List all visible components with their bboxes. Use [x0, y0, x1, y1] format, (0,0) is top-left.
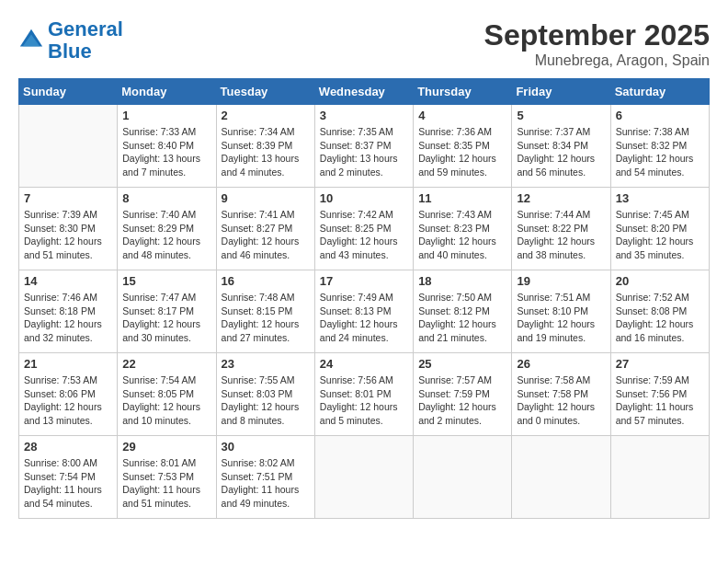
day-info: Sunrise: 7:55 AM Sunset: 8:03 PM Dayligh…	[222, 373, 310, 428]
day-number: 16	[222, 274, 310, 288]
day-info: Sunrise: 7:52 AM Sunset: 8:08 PM Dayligh…	[616, 291, 704, 345]
table-row: 21Sunrise: 7:53 AM Sunset: 8:06 PM Dayli…	[19, 353, 118, 436]
table-row: 2Sunrise: 7:34 AM Sunset: 8:39 PM Daylig…	[216, 105, 314, 188]
day-number: 27	[616, 357, 704, 371]
table-row	[314, 436, 413, 519]
table-row: 20Sunrise: 7:52 AM Sunset: 8:08 PM Dayli…	[610, 270, 709, 353]
day-info: Sunrise: 7:42 AM Sunset: 8:25 PM Dayligh…	[320, 208, 408, 262]
table-row: 14Sunrise: 7:46 AM Sunset: 8:18 PM Dayli…	[19, 270, 118, 353]
table-row: 19Sunrise: 7:51 AM Sunset: 8:10 PM Dayli…	[512, 270, 610, 353]
table-row: 25Sunrise: 7:57 AM Sunset: 7:59 PM Dayli…	[414, 353, 512, 436]
day-number: 30	[222, 440, 310, 454]
table-row: 1Sunrise: 7:33 AM Sunset: 8:40 PM Daylig…	[118, 105, 216, 188]
day-number: 8	[122, 191, 210, 205]
calendar-week-row: 21Sunrise: 7:53 AM Sunset: 8:06 PM Dayli…	[19, 353, 710, 436]
day-info: Sunrise: 7:51 AM Sunset: 8:10 PM Dayligh…	[517, 291, 605, 345]
day-info: Sunrise: 7:56 AM Sunset: 8:01 PM Dayligh…	[320, 373, 408, 428]
table-row: 4Sunrise: 7:36 AM Sunset: 8:35 PM Daylig…	[414, 105, 512, 188]
header-thursday: Thursday	[414, 79, 512, 105]
header-friday: Friday	[512, 79, 610, 105]
day-info: Sunrise: 8:00 AM Sunset: 7:54 PM Dayligh…	[24, 456, 112, 511]
table-row: 15Sunrise: 7:47 AM Sunset: 8:17 PM Dayli…	[118, 270, 216, 353]
day-info: Sunrise: 7:40 AM Sunset: 8:29 PM Dayligh…	[122, 208, 210, 262]
day-info: Sunrise: 7:37 AM Sunset: 8:34 PM Dayligh…	[517, 125, 605, 179]
logo-text: General Blue	[48, 18, 123, 63]
day-number: 10	[320, 191, 408, 205]
table-row: 16Sunrise: 7:48 AM Sunset: 8:15 PM Dayli…	[216, 270, 314, 353]
day-info: Sunrise: 7:50 AM Sunset: 8:12 PM Dayligh…	[418, 291, 506, 345]
table-row	[414, 436, 512, 519]
day-number: 1	[122, 109, 210, 122]
day-info: Sunrise: 7:41 AM Sunset: 8:27 PM Dayligh…	[222, 208, 310, 262]
header-tuesday: Tuesday	[216, 79, 314, 105]
day-info: Sunrise: 7:53 AM Sunset: 8:06 PM Dayligh…	[24, 373, 112, 428]
day-number: 29	[122, 440, 210, 454]
day-info: Sunrise: 7:33 AM Sunset: 8:40 PM Dayligh…	[122, 125, 210, 179]
calendar-week-row: 7Sunrise: 7:39 AM Sunset: 8:30 PM Daylig…	[19, 188, 710, 270]
day-info: Sunrise: 8:01 AM Sunset: 7:53 PM Dayligh…	[122, 456, 210, 511]
day-info: Sunrise: 7:36 AM Sunset: 8:35 PM Dayligh…	[418, 125, 506, 179]
table-row: 23Sunrise: 7:55 AM Sunset: 8:03 PM Dayli…	[216, 353, 314, 436]
day-info: Sunrise: 7:59 AM Sunset: 7:56 PM Dayligh…	[616, 373, 704, 428]
day-info: Sunrise: 7:49 AM Sunset: 8:13 PM Dayligh…	[320, 291, 408, 345]
day-info: Sunrise: 7:48 AM Sunset: 8:15 PM Dayligh…	[222, 291, 310, 345]
day-number: 14	[24, 274, 112, 288]
day-info: Sunrise: 7:38 AM Sunset: 8:32 PM Dayligh…	[616, 125, 704, 179]
table-row: 9Sunrise: 7:41 AM Sunset: 8:27 PM Daylig…	[216, 188, 314, 270]
calendar-week-row: 14Sunrise: 7:46 AM Sunset: 8:18 PM Dayli…	[19, 270, 710, 353]
day-number: 15	[122, 274, 210, 288]
table-row: 18Sunrise: 7:50 AM Sunset: 8:12 PM Dayli…	[414, 270, 512, 353]
day-number: 23	[222, 357, 310, 371]
table-row	[19, 105, 118, 188]
header-wednesday: Wednesday	[314, 79, 413, 105]
day-info: Sunrise: 8:02 AM Sunset: 7:51 PM Dayligh…	[222, 456, 310, 511]
calendar-week-row: 28Sunrise: 8:00 AM Sunset: 7:54 PM Dayli…	[19, 436, 710, 519]
table-row	[512, 436, 610, 519]
header-monday: Monday	[118, 79, 216, 105]
table-row: 3Sunrise: 7:35 AM Sunset: 8:37 PM Daylig…	[314, 105, 413, 188]
table-row: 22Sunrise: 7:54 AM Sunset: 8:05 PM Dayli…	[118, 353, 216, 436]
day-info: Sunrise: 7:58 AM Sunset: 7:58 PM Dayligh…	[517, 373, 605, 428]
day-number: 4	[418, 109, 506, 122]
day-number: 24	[320, 357, 408, 371]
header-saturday: Saturday	[610, 79, 709, 105]
table-row: 17Sunrise: 7:49 AM Sunset: 8:13 PM Dayli…	[314, 270, 413, 353]
day-number: 17	[320, 274, 408, 288]
table-row: 29Sunrise: 8:01 AM Sunset: 7:53 PM Dayli…	[118, 436, 216, 519]
table-row: 26Sunrise: 7:58 AM Sunset: 7:58 PM Dayli…	[512, 353, 610, 436]
table-row: 28Sunrise: 8:00 AM Sunset: 7:54 PM Dayli…	[19, 436, 118, 519]
day-number: 12	[517, 191, 605, 205]
table-row: 6Sunrise: 7:38 AM Sunset: 8:32 PM Daylig…	[610, 105, 709, 188]
table-row: 13Sunrise: 7:45 AM Sunset: 8:20 PM Dayli…	[610, 188, 709, 270]
day-info: Sunrise: 7:54 AM Sunset: 8:05 PM Dayligh…	[122, 373, 210, 428]
day-info: Sunrise: 7:44 AM Sunset: 8:22 PM Dayligh…	[517, 208, 605, 262]
day-number: 2	[222, 109, 310, 122]
day-info: Sunrise: 7:47 AM Sunset: 8:17 PM Dayligh…	[122, 291, 210, 345]
calendar-week-row: 1Sunrise: 7:33 AM Sunset: 8:40 PM Daylig…	[19, 105, 710, 188]
day-number: 25	[418, 357, 506, 371]
calendar-table: Sunday Monday Tuesday Wednesday Thursday…	[18, 78, 710, 519]
day-number: 3	[320, 109, 408, 122]
table-row: 11Sunrise: 7:43 AM Sunset: 8:23 PM Dayli…	[414, 188, 512, 270]
day-info: Sunrise: 7:45 AM Sunset: 8:20 PM Dayligh…	[616, 208, 704, 262]
table-row: 10Sunrise: 7:42 AM Sunset: 8:25 PM Dayli…	[314, 188, 413, 270]
table-row: 27Sunrise: 7:59 AM Sunset: 7:56 PM Dayli…	[610, 353, 709, 436]
logo-icon	[18, 28, 44, 53]
day-number: 18	[418, 274, 506, 288]
day-info: Sunrise: 7:57 AM Sunset: 7:59 PM Dayligh…	[418, 373, 506, 428]
day-number: 28	[24, 440, 112, 454]
table-row: 30Sunrise: 8:02 AM Sunset: 7:51 PM Dayli…	[216, 436, 314, 519]
day-info: Sunrise: 7:46 AM Sunset: 8:18 PM Dayligh…	[24, 291, 112, 345]
page-header: General Blue September 2025 Munebrega, A…	[18, 18, 710, 69]
table-row: 5Sunrise: 7:37 AM Sunset: 8:34 PM Daylig…	[512, 105, 610, 188]
day-number: 22	[122, 357, 210, 371]
day-number: 21	[24, 357, 112, 371]
table-row	[610, 436, 709, 519]
day-info: Sunrise: 7:39 AM Sunset: 8:30 PM Dayligh…	[24, 208, 112, 262]
calendar-header-row: Sunday Monday Tuesday Wednesday Thursday…	[19, 79, 710, 105]
day-number: 20	[616, 274, 704, 288]
day-number: 6	[616, 109, 704, 122]
day-info: Sunrise: 7:35 AM Sunset: 8:37 PM Dayligh…	[320, 125, 408, 179]
table-row: 7Sunrise: 7:39 AM Sunset: 8:30 PM Daylig…	[19, 188, 118, 270]
logo: General Blue	[18, 18, 123, 63]
